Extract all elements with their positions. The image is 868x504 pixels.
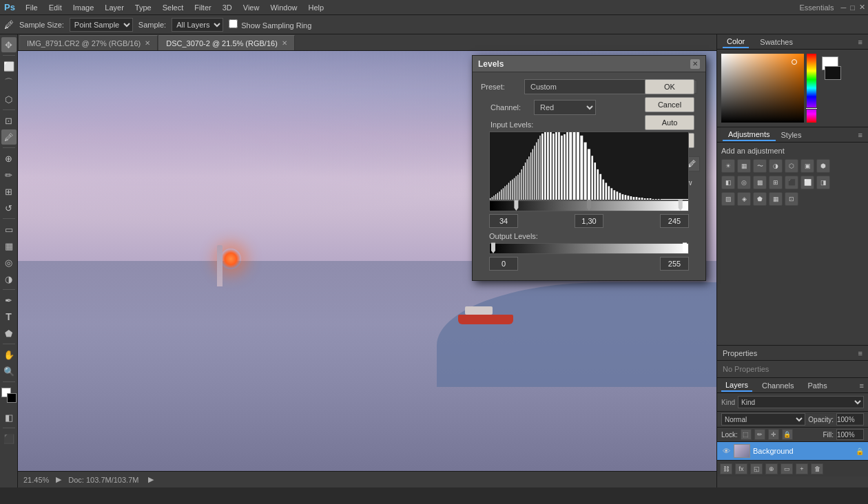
tool-clone[interactable]: ⊞ [1, 184, 17, 199]
adj-photo-filter[interactable]: ◎ [737, 176, 751, 189]
tool-hand[interactable]: ✋ [1, 347, 17, 362]
sample-select[interactable]: All Layers [172, 18, 223, 32]
menu-select[interactable]: Select [158, 2, 189, 13]
tab-img2-close[interactable]: ✕ [282, 39, 287, 47]
output-levels-slider[interactable] [489, 243, 689, 254]
adj-channel-mixer[interactable]: ▩ [753, 176, 767, 189]
input-min-value[interactable]: 34 [489, 214, 518, 228]
channel-select[interactable]: RGB Red Green Blue [534, 100, 596, 115]
adj-pattern[interactable]: ⊡ [785, 192, 798, 206]
ok-button[interactable]: OK [645, 79, 694, 94]
tab-img1-close[interactable]: ✕ [145, 39, 150, 47]
menu-3d[interactable]: 3D [218, 2, 237, 13]
adj-gradient-fill[interactable]: ▦ [769, 192, 783, 206]
tool-spot-heal[interactable]: ⊕ [1, 151, 17, 166]
output-min-value[interactable]: 0 [489, 257, 518, 271]
tab-img2[interactable]: DSC_3070-2 @ 21.5% (RGB/16) ✕ [158, 35, 295, 50]
color-hue-bar[interactable] [807, 54, 816, 123]
tool-dodge[interactable]: ◑ [1, 271, 17, 286]
output-white-point[interactable] [681, 242, 688, 255]
btn-delete-layer[interactable]: 🗑 [811, 463, 823, 474]
dialog-title-bar[interactable]: Levels ✕ [473, 56, 705, 72]
btn-group[interactable]: ▭ [781, 463, 793, 474]
tool-brush[interactable]: ✏ [1, 167, 17, 182]
adj-vibrance[interactable]: ⬡ [785, 159, 798, 173]
tab-adjustments[interactable]: Adjustments [723, 129, 776, 141]
tool-text[interactable]: T [1, 309, 17, 324]
tool-marquee[interactable]: ⬜ [1, 59, 17, 74]
adj-color-balance[interactable]: ⬢ [816, 159, 830, 173]
color-gradient[interactable] [721, 54, 804, 123]
tool-lasso[interactable]: ⌒ [1, 75, 17, 90]
tool-gradient[interactable]: ▦ [1, 238, 17, 253]
tab-styles[interactable]: Styles [776, 129, 807, 140]
lock-all[interactable]: 🔒 [782, 429, 793, 440]
adj-selective-color[interactable]: ◈ [737, 192, 751, 206]
layer-visibility[interactable]: 👁 [721, 446, 731, 456]
tool-quick-mask[interactable]: ◧ [1, 410, 17, 425]
tool-eraser[interactable]: ▭ [1, 222, 17, 237]
tab-img1[interactable]: IMG_8791.CR2 @ 27% (RGB/16) ✕ [19, 35, 158, 50]
input-black-point[interactable] [513, 200, 519, 212]
menu-view[interactable]: View [238, 2, 265, 13]
menu-image[interactable]: Image [68, 2, 99, 13]
tab-swatches[interactable]: Swatches [756, 36, 797, 48]
window-minimize[interactable]: ─ [841, 3, 847, 12]
output-black-point[interactable] [490, 242, 497, 255]
tool-shape[interactable]: ⬟ [1, 326, 17, 341]
tool-zoom[interactable]: 🔍 [1, 364, 17, 379]
fill-input[interactable] [836, 429, 864, 440]
lock-transparent[interactable]: ⬚ [741, 429, 752, 440]
cancel-button[interactable]: Cancel [645, 97, 694, 112]
btn-new-layer[interactable]: + [796, 463, 808, 474]
adj-hsl[interactable]: ▣ [800, 159, 814, 173]
status-arrow[interactable]: ▶ [56, 475, 61, 484]
input-levels-slider[interactable] [489, 200, 689, 211]
btn-link-layers[interactable]: ⛓ [720, 463, 732, 474]
opacity-input[interactable] [836, 413, 864, 426]
menu-help[interactable]: Help [304, 2, 329, 13]
input-white-point[interactable] [677, 200, 684, 212]
auto-button[interactable]: Auto [645, 115, 694, 130]
dialog-close-button[interactable]: ✕ [690, 59, 700, 69]
adj-threshold[interactable]: ◨ [816, 176, 830, 189]
layers-options[interactable]: ≡ [860, 381, 864, 390]
btn-fx[interactable]: fx [735, 463, 747, 474]
tool-eyedropper[interactable]: 🖉 [1, 129, 17, 145]
adj-curves[interactable]: 〜 [753, 159, 767, 173]
tool-blur[interactable]: ◎ [1, 255, 17, 270]
levels-dialog[interactable]: Levels ✕ OK Cancel Auto Options... 🖉 🖉 🖉… [472, 55, 706, 281]
background-color[interactable] [7, 393, 17, 403]
tab-color[interactable]: Color [723, 36, 749, 48]
btn-adjustment[interactable]: ⊕ [765, 463, 778, 474]
sample-size-select[interactable]: Point Sample [70, 18, 133, 32]
layer-kind-select[interactable]: Kind [738, 396, 864, 408]
tab-channels[interactable]: Channels [758, 380, 798, 391]
btn-mask[interactable]: ◱ [750, 463, 763, 474]
adj-bw[interactable]: ◧ [721, 176, 735, 189]
menu-layer[interactable]: Layer [100, 2, 129, 13]
tool-history-brush[interactable]: ↺ [1, 200, 17, 216]
tool-quick-select[interactable]: ⬡ [1, 92, 17, 107]
lock-image[interactable]: ✏ [754, 429, 765, 440]
show-sampling-checkbox[interactable] [229, 19, 238, 28]
menu-filter[interactable]: Filter [189, 2, 216, 13]
tab-layers[interactable]: Layers [721, 379, 752, 392]
menu-file[interactable]: File [21, 2, 43, 13]
color-boxes[interactable] [1, 388, 17, 403]
tool-crop[interactable]: ⊡ [1, 113, 17, 128]
adj-levels[interactable]: ▦ [737, 159, 751, 173]
window-restore[interactable]: □ [850, 3, 855, 12]
properties-options[interactable]: ≡ [858, 349, 862, 357]
adj-exposure[interactable]: ◑ [769, 159, 783, 173]
tool-move[interactable]: ✥ [1, 37, 17, 52]
adj-gradient-map[interactable]: ▨ [721, 192, 735, 206]
window-close[interactable]: ✕ [859, 3, 865, 12]
tool-screen-mode[interactable]: ⬛ [1, 431, 17, 446]
status-nav[interactable]: ▶ [148, 475, 154, 484]
output-max-value[interactable]: 255 [660, 257, 689, 271]
input-max-value[interactable]: 245 [660, 214, 689, 228]
adj-posterize[interactable]: ⬜ [800, 176, 814, 189]
menu-type[interactable]: Type [130, 2, 156, 13]
adj-color-lookup[interactable]: ⊞ [769, 176, 783, 189]
